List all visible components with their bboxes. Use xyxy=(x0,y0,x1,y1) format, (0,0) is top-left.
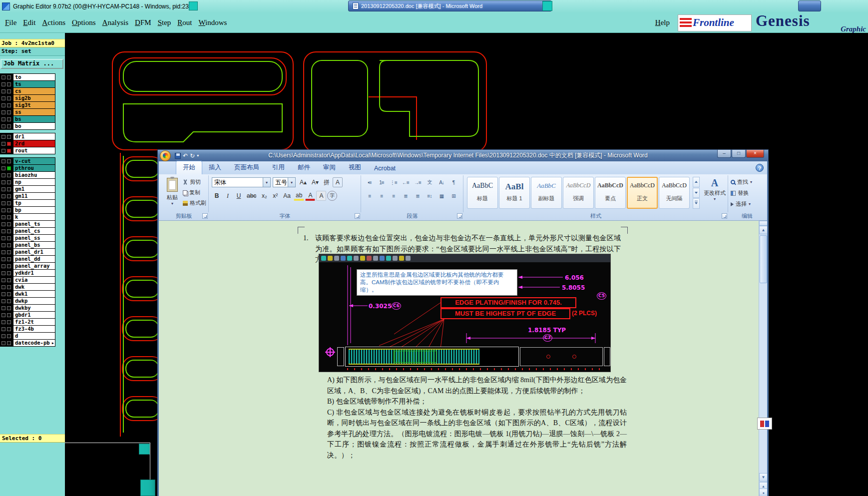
menu-item[interactable]: Analysis xyxy=(102,18,129,27)
job-matrix-button[interactable]: Job Matrix ... xyxy=(0,59,63,69)
layer-name[interactable]: panel_dd xyxy=(13,255,55,263)
scroll-thumb[interactable] xyxy=(760,235,767,283)
font-tool-button[interactable]: A▴ xyxy=(298,177,309,187)
layer-active-toggle[interactable] xyxy=(7,222,11,226)
layer-row[interactable]: panel_ss xyxy=(0,234,55,242)
layer-visibility-toggle[interactable] xyxy=(1,96,5,100)
font-style-button[interactable]: 字 xyxy=(327,191,337,201)
menu-item[interactable]: Options xyxy=(72,18,96,27)
ribbon-tab[interactable]: 开始 xyxy=(176,161,202,174)
layer-visibility-toggle[interactable] xyxy=(1,187,5,191)
taskbar-fragment[interactable] xyxy=(798,0,821,11)
layer-name[interactable]: np xyxy=(13,178,55,186)
layer-row[interactable]: fz1-2t xyxy=(0,318,55,326)
layer-name[interactable]: fz3-4b xyxy=(13,325,55,333)
layer-row[interactable]: ydkdr1 xyxy=(0,269,55,277)
layer-active-toggle[interactable] xyxy=(7,89,11,93)
layer-name[interactable]: panel_array xyxy=(13,262,55,270)
redo-icon[interactable]: ↻ xyxy=(190,152,195,159)
layer-row[interactable]: biaozhu xyxy=(0,171,55,179)
layer-visibility-toggle[interactable] xyxy=(1,149,5,153)
layer-active-toggle[interactable] xyxy=(7,299,11,303)
layer-name[interactable]: bp xyxy=(13,206,55,214)
font-style-button[interactable]: I xyxy=(223,191,233,201)
office-button[interactable] xyxy=(160,150,171,161)
layer-active-toggle[interactable] xyxy=(7,180,11,184)
style-preset[interactable]: AaBbCcD 无间隔 xyxy=(659,177,690,209)
cut-button[interactable]: 剪切 xyxy=(183,178,206,186)
layer-row[interactable]: gm1 xyxy=(0,185,55,193)
font-style-button[interactable]: A xyxy=(316,191,326,201)
font-style-button[interactable]: Aa xyxy=(281,191,293,201)
font-style-button[interactable]: abc xyxy=(245,191,258,201)
layer-visibility-toggle[interactable] xyxy=(1,250,5,254)
layer-visibility-toggle[interactable] xyxy=(1,327,5,331)
layer-row[interactable]: cvia xyxy=(0,276,55,284)
layer-active-toggle[interactable] xyxy=(7,149,11,153)
layer-active-toggle[interactable] xyxy=(7,201,11,205)
style-preset[interactable]: AaBbCcD 强调 xyxy=(563,177,594,209)
find-button[interactable]: 查找▾ xyxy=(731,178,752,186)
paragraph-align-button[interactable]: ≡↕ xyxy=(424,191,435,201)
layer-name[interactable]: pthrou xyxy=(13,164,55,172)
menu-item[interactable]: Rout xyxy=(177,18,192,27)
layer-visibility-toggle[interactable] xyxy=(1,142,5,146)
layer-visibility-toggle[interactable] xyxy=(1,166,5,170)
layer-name[interactable]: bs xyxy=(13,115,55,123)
layer-active-toggle[interactable] xyxy=(7,257,11,261)
style-preset[interactable]: AaBbC 标题 xyxy=(467,177,498,209)
font-style-button[interactable]: A xyxy=(305,191,315,201)
layer-active-toggle[interactable] xyxy=(7,334,11,338)
layer-row[interactable]: ss xyxy=(0,108,55,116)
layer-name[interactable]: sig2b xyxy=(13,94,55,102)
layer-name[interactable]: bo xyxy=(13,122,55,130)
layer-name[interactable]: dwk1 xyxy=(13,290,55,298)
embedded-cad-image[interactable]: 这里所指意思是金属包边区域要比板内其他铣的地方都要高。CAM制作该包边区域的铣带… xyxy=(319,254,611,372)
font-name-dropdown-icon[interactable]: ▾ xyxy=(263,178,270,187)
layer-visibility-toggle[interactable] xyxy=(1,292,5,296)
layer-visibility-toggle[interactable] xyxy=(1,173,5,177)
clipboard-dialog-launcher[interactable] xyxy=(202,213,208,219)
ribbon-tab[interactable]: 邮件 xyxy=(291,161,317,174)
layer-row[interactable]: panel_cs xyxy=(0,227,55,235)
paragraph-tool-button[interactable]: A↓ xyxy=(436,177,447,187)
help-button[interactable]: ? xyxy=(756,164,764,172)
layer-row[interactable]: gm11 xyxy=(0,192,55,200)
layer-active-toggle[interactable] xyxy=(7,306,11,310)
font-tool-button[interactable]: A▾ xyxy=(310,177,321,187)
layer-active-toggle[interactable] xyxy=(7,110,11,114)
paragraph-tool-button[interactable]: ←≡ xyxy=(400,177,411,187)
layer-active-toggle[interactable] xyxy=(7,320,11,324)
layer-active-toggle[interactable] xyxy=(7,250,11,254)
layer-active-toggle[interactable] xyxy=(7,215,11,219)
paragraph-tool-button[interactable]: →≡ xyxy=(412,177,423,187)
layer-name[interactable]: sig3t xyxy=(13,101,55,109)
layer-visibility-toggle[interactable] xyxy=(1,110,5,114)
layer-active-toggle[interactable] xyxy=(7,96,11,100)
layer-row[interactable]: to xyxy=(0,73,55,81)
ribbon-tab[interactable]: 页面布局 xyxy=(228,161,266,174)
layer-row[interactable]: dr1 xyxy=(0,133,55,140)
layer-name[interactable]: dwkp xyxy=(13,297,55,305)
layer-name[interactable]: panel_ss xyxy=(13,234,55,242)
layer-active-toggle[interactable] xyxy=(7,75,11,79)
layer-name[interactable]: gbdr1 xyxy=(13,311,55,319)
layer-active-toggle[interactable] xyxy=(7,243,11,247)
layer-row[interactable]: d xyxy=(0,332,55,340)
paragraph-align-button[interactable]: ⊞ xyxy=(448,191,459,201)
layer-row[interactable]: gbdr1 xyxy=(0,311,55,319)
layer-name[interactable]: dwk xyxy=(13,283,55,291)
layer-name[interactable]: cvia xyxy=(13,276,55,284)
word-titlebar[interactable]: ↶ ↻ ▾ C:\Users\Administrator\AppData\Loc… xyxy=(157,149,769,161)
layer-row[interactable]: dwk1 xyxy=(0,290,55,298)
paragraph-align-button[interactable]: ≡ xyxy=(364,191,375,201)
paragraph-tool-button[interactable]: ¶ xyxy=(448,177,459,187)
menu-item[interactable]: Windows xyxy=(198,18,227,27)
layer-visibility-toggle[interactable] xyxy=(1,180,5,184)
font-dialog-launcher[interactable] xyxy=(355,213,360,219)
layer-row[interactable]: cs xyxy=(0,87,55,95)
gallery-down-icon[interactable] xyxy=(693,188,700,198)
layer-name[interactable]: datecode-pb xyxy=(13,339,55,347)
layer-name[interactable]: biaozhu xyxy=(13,171,55,179)
select-button[interactable]: 选择▾ xyxy=(731,200,752,208)
